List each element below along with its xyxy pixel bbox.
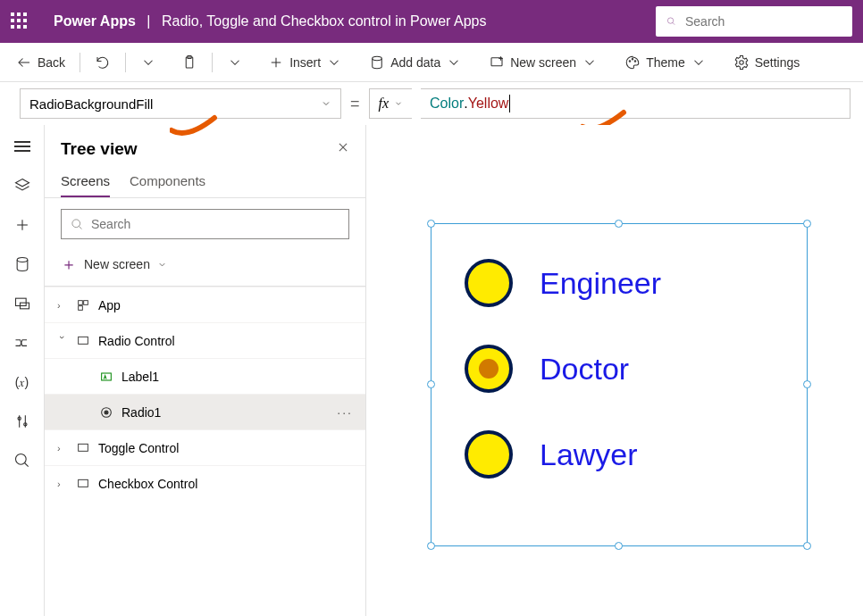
- radio-control[interactable]: Engineer Doctor Lawyer: [465, 259, 661, 479]
- tree-tabs: Screens Components: [45, 166, 365, 198]
- new-screen-button[interactable]: New screen: [483, 51, 603, 74]
- tab-screens[interactable]: Screens: [61, 166, 110, 197]
- resize-handle[interactable]: [427, 220, 435, 228]
- app-icon: [75, 298, 91, 312]
- theme-button[interactable]: Theme: [619, 51, 712, 74]
- chevron-down-icon: [321, 98, 331, 109]
- svg-rect-33: [79, 305, 83, 310]
- palette-icon: [624, 54, 641, 71]
- svg-rect-31: [79, 300, 83, 304]
- resize-handle[interactable]: [427, 542, 435, 550]
- screen-icon: [75, 441, 91, 455]
- chevron-down-icon: [157, 260, 167, 270]
- plus-icon: [268, 54, 284, 71]
- insert-rail-button[interactable]: [12, 214, 33, 236]
- svg-point-12: [632, 58, 633, 60]
- radio-label: Engineer: [540, 266, 661, 301]
- resize-handle[interactable]: [803, 380, 811, 388]
- formula-input[interactable]: Color.Yellow: [421, 88, 850, 119]
- chevron-right-icon: ›: [57, 479, 68, 489]
- tree-search[interactable]: [61, 209, 349, 239]
- resize-handle[interactable]: [615, 542, 623, 550]
- chevron-right-icon: ›: [57, 443, 68, 454]
- new-screen-icon: [489, 54, 505, 71]
- tools-rail-button[interactable]: [12, 411, 33, 432]
- tree-list: › App › Radio Control Label1 Radio1 ··· …: [45, 286, 365, 501]
- text-caret: [509, 95, 510, 112]
- more-button[interactable]: ···: [337, 405, 353, 420]
- radio-circle: [465, 430, 513, 479]
- radio-option-doctor[interactable]: Doctor: [465, 345, 661, 393]
- search-rail-button[interactable]: [12, 450, 33, 471]
- tree-node-label1[interactable]: Label1: [45, 358, 365, 394]
- plus-icon: [13, 216, 31, 234]
- resize-handle[interactable]: [803, 220, 811, 228]
- tree-view-title: Tree view: [61, 139, 138, 159]
- app-header: Power Apps | Radio, Toggle and Checkbox …: [0, 0, 863, 43]
- page-title: Radio, Toggle and Checkbox control in Po…: [162, 13, 486, 29]
- radio-option-engineer[interactable]: Engineer: [465, 259, 661, 307]
- tree-node-label: Checkbox Control: [98, 477, 197, 491]
- screen-icon: [75, 477, 91, 491]
- close-icon: [337, 141, 349, 154]
- hamburger-button[interactable]: [12, 136, 33, 157]
- resize-handle[interactable]: [615, 220, 623, 228]
- formula-token-value: Yellow: [468, 96, 509, 112]
- formula-token-type: Color: [430, 96, 464, 112]
- plus-icon: ＋: [61, 254, 77, 275]
- back-button[interactable]: Back: [11, 51, 71, 74]
- global-search[interactable]: [656, 6, 852, 37]
- main-content: (𝑥) Tree view Screens Components ＋ New s…: [0, 125, 863, 616]
- tree-node-checkbox-control[interactable]: › Checkbox Control: [45, 465, 365, 501]
- tree-view-rail-button[interactable]: [12, 175, 33, 196]
- paste-dropdown[interactable]: [222, 51, 248, 74]
- chevron-down-icon: [394, 99, 403, 108]
- insert-button[interactable]: Insert: [263, 51, 348, 74]
- svg-line-1: [673, 22, 674, 24]
- add-data-button[interactable]: Add data: [364, 51, 467, 74]
- global-search-input[interactable]: [685, 14, 842, 29]
- chevron-down-icon: [227, 54, 243, 71]
- radio-selected-dot: [479, 359, 499, 379]
- variables-rail-button[interactable]: (𝑥): [12, 371, 33, 393]
- design-canvas[interactable]: Engineer Doctor Lawyer: [366, 125, 863, 616]
- new-screen-link[interactable]: ＋ New screen: [45, 250, 365, 286]
- chevron-down-icon: [582, 54, 598, 71]
- property-selector[interactable]: RadioBackgroundFill: [20, 88, 341, 119]
- svg-point-11: [629, 60, 631, 62]
- close-button[interactable]: [337, 141, 349, 157]
- tab-components[interactable]: Components: [130, 166, 205, 197]
- formula-bar: RadioBackgroundFill = fx Color.Yellow: [0, 82, 863, 125]
- left-rail: (𝑥): [0, 125, 45, 616]
- svg-rect-38: [79, 444, 88, 451]
- resize-handle[interactable]: [427, 380, 435, 388]
- resize-handle[interactable]: [803, 542, 811, 550]
- svg-point-37: [105, 411, 108, 414]
- tree-node-app[interactable]: › App: [45, 287, 365, 322]
- data-rail-button[interactable]: [12, 254, 33, 275]
- undo-button[interactable]: [89, 51, 116, 74]
- paste-button[interactable]: [176, 51, 203, 74]
- svg-rect-34: [79, 337, 88, 344]
- radio-label: Doctor: [540, 352, 629, 387]
- svg-point-7: [373, 56, 382, 61]
- chevron-down-icon: ›: [57, 336, 68, 346]
- waffle-icon[interactable]: [11, 12, 29, 30]
- flow-icon: [13, 334, 31, 352]
- svg-point-13: [634, 60, 636, 62]
- chevron-down-icon: [691, 54, 707, 71]
- settings-button[interactable]: Settings: [728, 51, 806, 74]
- radio-option-lawyer[interactable]: Lawyer: [465, 430, 661, 479]
- svg-marker-15: [15, 179, 29, 187]
- undo-dropdown[interactable]: [135, 51, 162, 74]
- tree-search-input[interactable]: [91, 217, 339, 231]
- tree-node-toggle-control[interactable]: › Toggle Control: [45, 429, 365, 465]
- media-rail-button[interactable]: [12, 293, 33, 314]
- back-label: Back: [38, 55, 65, 70]
- tree-node-radio-control[interactable]: › Radio Control: [45, 322, 365, 358]
- flows-rail-button[interactable]: [12, 332, 33, 354]
- tree-node-radio1[interactable]: Radio1 ···: [45, 394, 365, 429]
- search-icon: [666, 14, 676, 29]
- fx-button[interactable]: fx: [369, 88, 413, 119]
- tree-view-panel: Tree view Screens Components ＋ New scree…: [45, 125, 366, 616]
